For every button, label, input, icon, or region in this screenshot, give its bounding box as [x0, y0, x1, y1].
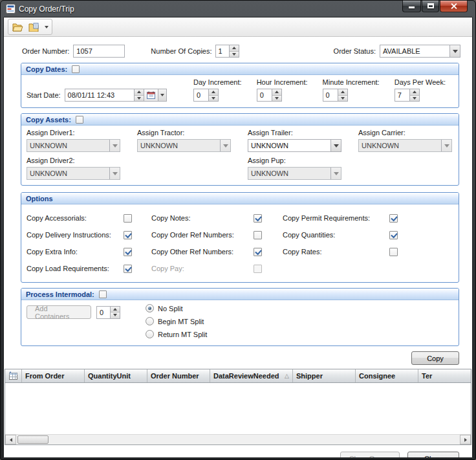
assign-pup-combobox[interactable]: UNKNOWN	[248, 167, 341, 180]
app-icon[interactable]	[6, 4, 16, 14]
spin-down-icon[interactable]	[135, 95, 144, 102]
no-split-option[interactable]: No Split	[146, 304, 207, 312]
calendar-button[interactable]	[144, 89, 158, 102]
process-intermodal-checkbox[interactable]	[99, 290, 107, 298]
grid-selector-header[interactable]	[5, 369, 22, 382]
assign-driver1-combobox[interactable]: UNKNOWN	[27, 139, 120, 152]
spin-up-icon[interactable]	[410, 89, 419, 95]
scroll-right-button[interactable]	[460, 435, 471, 444]
copy-permit-requirements-checkbox[interactable]	[389, 214, 398, 223]
spin-up-icon[interactable]	[111, 307, 120, 312]
calendar-dropdown-button[interactable]	[158, 89, 167, 102]
combo-dropdown-button[interactable]	[109, 140, 120, 151]
spin-down-icon[interactable]	[272, 95, 281, 102]
spin-down-icon[interactable]	[338, 95, 347, 102]
number-of-copies-label: Number Of Copies:	[151, 47, 211, 55]
combo-dropdown-button[interactable]	[441, 140, 451, 151]
combo-dropdown-button[interactable]	[220, 140, 230, 151]
days-per-week-input[interactable]: 7	[395, 89, 410, 102]
column-header-datareviewneeded[interactable]: DataReviewNeeded △	[210, 369, 293, 382]
scroll-left-button[interactable]	[5, 435, 16, 444]
spin-down-icon[interactable]	[111, 312, 120, 318]
copy-extra-info-checkbox[interactable]	[124, 248, 132, 256]
open-folder-button[interactable]	[10, 20, 26, 34]
copies-spinner[interactable]	[230, 45, 239, 58]
spin-up-icon[interactable]	[209, 89, 218, 95]
column-header-label: Shipper	[296, 372, 323, 380]
days-per-week-spinner[interactable]	[410, 89, 420, 102]
sort-ascending-icon: △	[285, 373, 289, 379]
assign-tractor-combobox[interactable]: UNKNOWN	[137, 139, 231, 152]
copy-other-ref-numbers-checkbox[interactable]	[254, 248, 262, 256]
copy-delivery-instructions-checkbox[interactable]	[124, 231, 132, 239]
close-dialog-button[interactable]: Close	[407, 452, 459, 458]
combo-dropdown-button[interactable]	[330, 168, 341, 179]
grid-selector-icon	[8, 371, 18, 380]
assign-trailer-combobox[interactable]: UNKNOWN	[248, 139, 341, 152]
hour-increment-spinner[interactable]	[272, 89, 282, 102]
spin-up-icon[interactable]	[135, 89, 144, 95]
day-increment-spinner[interactable]	[209, 89, 219, 102]
start-date-input[interactable]: 08/01/11 12:43	[65, 89, 135, 102]
spin-up-icon[interactable]	[272, 89, 281, 95]
maximize-button[interactable]	[422, 1, 439, 12]
close-button[interactable]	[440, 1, 468, 12]
day-increment-input[interactable]: 0	[193, 89, 209, 102]
copy-load-requirements-checkbox[interactable]	[124, 265, 132, 273]
column-header-quantityunit[interactable]: QuantityUnit	[85, 369, 147, 382]
spin-up-icon[interactable]	[230, 45, 239, 51]
column-header-terminal[interactable]: Ter	[418, 369, 471, 382]
copy-assets-checkbox[interactable]	[76, 116, 83, 124]
begin-mt-split-radio[interactable]	[146, 317, 154, 325]
copy-notes-checkbox[interactable]	[254, 214, 262, 223]
return-mt-split-radio[interactable]	[146, 330, 154, 338]
column-header-consignee[interactable]: Consignee	[356, 369, 418, 382]
begin-mt-split-option[interactable]: Begin MT Split	[146, 317, 207, 325]
column-header-from-order[interactable]: From Order	[22, 369, 85, 382]
hour-increment-input[interactable]: 0	[257, 89, 272, 102]
spin-down-icon[interactable]	[209, 95, 218, 102]
combo-dropdown-button[interactable]	[330, 140, 341, 151]
folder-page-button[interactable]	[26, 20, 42, 34]
minute-increment-spinner[interactable]	[338, 89, 348, 102]
minute-increment-input[interactable]: 0	[323, 89, 338, 102]
minimize-button[interactable]	[402, 1, 421, 12]
spin-down-icon[interactable]	[410, 95, 419, 102]
order-number-input[interactable]: 1057	[73, 45, 125, 58]
assign-driver2-combobox[interactable]: UNKNOWN	[27, 167, 120, 180]
options-empty-cell	[283, 260, 389, 277]
spin-up-icon[interactable]	[338, 89, 347, 95]
toolbar-dropdown-button[interactable]	[42, 20, 50, 34]
copy-order-ref-numbers-checkbox[interactable]	[254, 231, 262, 239]
copy-pay-checkbox[interactable]	[254, 265, 262, 273]
copy-dates-body: Start Date: 08/01/11 12:43	[21, 75, 459, 107]
grid-body-empty[interactable]	[5, 383, 471, 434]
horizontal-scrollbar[interactable]	[5, 434, 471, 444]
combo-dropdown-button[interactable]	[449, 45, 460, 57]
container-count-input[interactable]: 0	[96, 306, 111, 319]
copy-quantities-checkbox[interactable]	[389, 231, 398, 239]
start-date-spinner[interactable]	[135, 89, 144, 102]
copy-dates-checkbox[interactable]	[72, 65, 80, 73]
container-count-spinner[interactable]	[111, 306, 120, 319]
show-queue-button[interactable]: Show Queue	[340, 452, 400, 458]
copy-rates-checkbox[interactable]	[389, 248, 398, 256]
copy-button[interactable]: Copy	[411, 351, 459, 365]
scrollbar-thumb[interactable]	[17, 435, 49, 444]
assign-carrier-combobox[interactable]: UNKNOWN	[358, 139, 452, 152]
return-mt-split-option[interactable]: Return MT Split	[146, 330, 207, 338]
assign-carrier-label: Assign Carrier:	[358, 129, 452, 137]
column-header-label: Order Number	[151, 372, 199, 380]
order-status-combobox[interactable]: AVAILABLE	[380, 45, 460, 58]
column-header-shipper[interactable]: Shipper	[293, 369, 356, 382]
no-split-radio[interactable]	[146, 304, 154, 312]
order-number-label: Order Number:	[22, 47, 69, 55]
add-containers-button[interactable]: Add Containers	[27, 305, 91, 319]
begin-mt-split-label: Begin MT Split	[158, 318, 204, 325]
number-of-copies-input[interactable]: 1	[215, 45, 230, 58]
column-header-order-number[interactable]: Order Number	[147, 369, 210, 382]
combo-dropdown-button[interactable]	[109, 168, 120, 179]
copy-accessorials-checkbox[interactable]	[124, 214, 132, 223]
spin-down-icon[interactable]	[230, 51, 239, 58]
days-per-week-field: Days Per Week: 7	[395, 78, 452, 102]
